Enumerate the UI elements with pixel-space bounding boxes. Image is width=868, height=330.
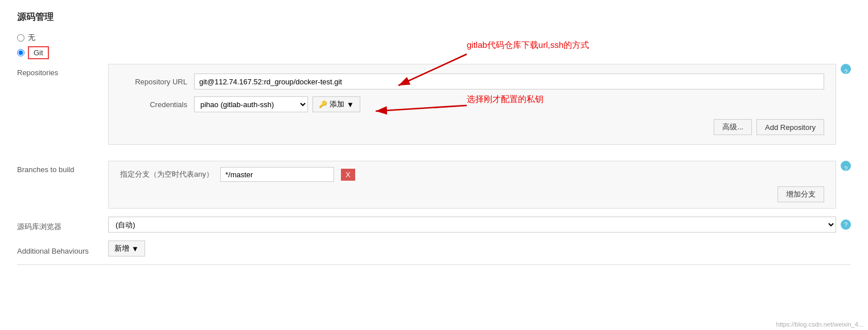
gitlab-url-annotation: gitlab代码仓库下载url,ssh的方式	[467, 40, 589, 51]
new-behaviour-chevron: ▼	[131, 245, 139, 253]
add-credentials-button[interactable]: 🔑 添加 ▼	[312, 96, 360, 112]
new-behaviour-label: 新增	[114, 243, 129, 254]
radio-git: Git	[17, 46, 851, 59]
radio-git-input[interactable]	[17, 49, 24, 56]
repo-url-input[interactable]	[194, 74, 824, 89]
credentials-annotation: 选择刚才配置的私钥	[467, 94, 544, 105]
browser-label: 源码库浏览器	[17, 217, 108, 232]
advanced-button[interactable]: 高级...	[714, 119, 752, 135]
repositories-help-icon[interactable]: ?	[841, 64, 851, 74]
radio-none: 无	[17, 32, 851, 43]
scm-radio-group: 无 Git	[17, 32, 851, 59]
add-branch-button[interactable]: 增加分支	[778, 186, 824, 202]
radio-none-label: 无	[28, 32, 35, 43]
credentials-label: Credentials	[120, 100, 194, 109]
branch-specifier-label: 指定分支（为空时代表any）	[120, 169, 213, 180]
page-title: 源码管理	[17, 11, 851, 23]
add-repository-button[interactable]: Add Repository	[756, 119, 824, 135]
git-label: Git	[28, 46, 49, 59]
add-cred-chevron: ▼	[347, 100, 354, 109]
browser-help-icon[interactable]: ?	[841, 219, 851, 230]
radio-none-input[interactable]	[17, 34, 24, 42]
branch-input[interactable]	[220, 167, 334, 182]
repositories-label: Repositories	[17, 64, 108, 77]
add-cred-label: 添加	[330, 99, 344, 109]
behaviours-row: Additional Behaviours 新增 ▼	[17, 241, 851, 256]
branch-actions: 增加分支	[120, 186, 824, 202]
credentials-controls: pihao (gitlab-auth-ssh) 🔑 添加 ▼	[194, 96, 360, 112]
delete-branch-button[interactable]: X	[341, 169, 355, 181]
repo-url-row: Repository URL	[120, 74, 824, 89]
new-behaviour-button[interactable]: 新增 ▼	[108, 241, 145, 256]
section-divider	[17, 264, 851, 265]
branch-row: 指定分支（为空时代表any） X	[120, 167, 824, 182]
key-icon: 🔑	[319, 100, 327, 108]
repo-url-label: Repository URL	[120, 78, 194, 86]
behaviours-label: Additional Behaviours	[17, 242, 108, 255]
browser-row: 源码库浏览器 (自动) ?	[17, 217, 851, 233]
credentials-select[interactable]: pihao (gitlab-auth-ssh)	[194, 96, 308, 112]
branches-section: 指定分支（为空时代表any） X 增加分支	[108, 161, 836, 209]
branches-label: Branches to build	[17, 161, 108, 174]
watermark: https://blog.csdn.net/weixin_4...	[776, 321, 863, 328]
repo-actions: 高级... Add Repository	[120, 119, 824, 135]
browser-select[interactable]: (自动)	[108, 217, 836, 233]
branches-help-icon[interactable]: ?	[841, 161, 851, 171]
